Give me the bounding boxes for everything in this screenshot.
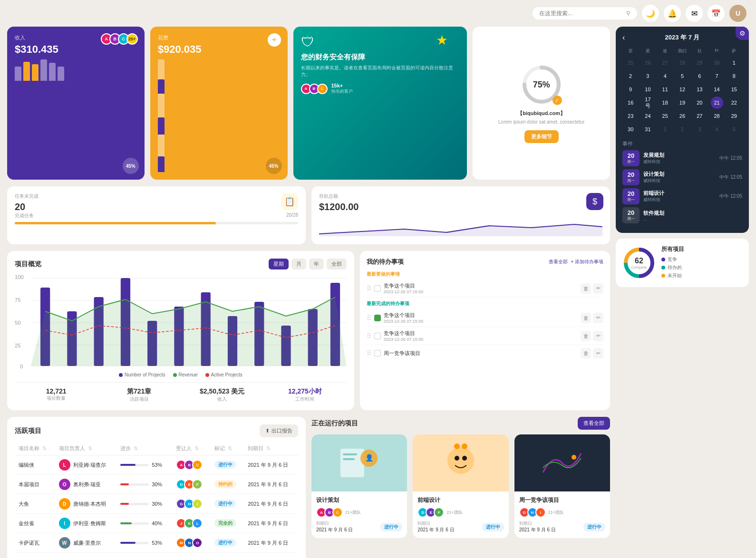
cal-day-22[interactable]: 22 (728, 96, 740, 109)
mail-icon[interactable]: ✉ (686, 5, 703, 22)
cal-event-sub-4: ... (643, 217, 742, 221)
cal-day-29b[interactable]: 29 (728, 110, 740, 122)
calendar-icon[interactable]: 📅 (708, 5, 725, 22)
drag-icon-3: ⠿ (367, 332, 371, 340)
user-avatar[interactable]: U (729, 5, 746, 22)
cal-day-31[interactable]: 31 (641, 123, 654, 135)
cal-day-11[interactable]: 11 (659, 83, 671, 96)
project-name: 本届项目 (15, 475, 55, 494)
cal-day-7[interactable]: 7 (711, 70, 723, 82)
todo-delete-btn-3[interactable]: 🗑 (581, 331, 591, 341)
checkbox-2[interactable] (374, 315, 381, 321)
export-button[interactable]: ⬆ 出口报告 (260, 424, 298, 437)
todo-edit-btn-4[interactable]: ✏ (593, 348, 603, 358)
project-card-body-3: 周一竞争该项目 G H I 21+团队 到期日 2021 年 9 月 6 日 (514, 491, 610, 538)
cal-day-28[interactable]: 28 (676, 57, 688, 69)
cal-day-28b[interactable]: 28 (711, 110, 723, 122)
project-card-2: 前端设计 D E F 21+团队 到期日 2021 年 9 月 6 日 (413, 434, 508, 538)
table-header-row: 项目名称 ⇅ 项目负责人 ⇅ 进步 ⇅ 受让人 ⇅ 标记 ⇅ 到期日 ⇅ (15, 442, 298, 455)
project-name: 编辑侠 (15, 455, 55, 475)
checkbox-1[interactable] (374, 285, 381, 292)
cal-event-title-4: 软件规划 (643, 210, 742, 217)
todo-edit-btn-2[interactable]: ✏ (593, 313, 603, 323)
cal-day-19[interactable]: 19 (676, 96, 688, 109)
cal-event-daylabel-2: 周一 (626, 178, 636, 183)
expense-card: + 花费 $920.035 45% (150, 27, 288, 180)
cal-day-21-today[interactable]: 21 (711, 96, 723, 109)
cal-day-3[interactable]: 3 (641, 70, 654, 82)
table-row: 编辑侠 L 利亚姆·瑞查尔 (15, 455, 298, 475)
customers-label: 快乐的客户 (331, 88, 353, 95)
search-box[interactable]: ⚲ (533, 7, 637, 19)
cal-day-1[interactable]: 1 (728, 57, 740, 69)
calendar-settings-icon[interactable]: ⚙ (736, 27, 749, 40)
cal-day-16[interactable]: 16 (624, 96, 637, 109)
cal-day-5c[interactable]: 5 (728, 123, 740, 135)
cal-day-5[interactable]: 5 (676, 70, 688, 82)
expense-chart (158, 59, 280, 172)
search-input[interactable] (539, 10, 622, 17)
donut-legend-2: 待办的 (661, 264, 684, 271)
cal-day-13[interactable]: 13 (693, 83, 706, 96)
todo-delete-btn-1[interactable]: 🗑 (581, 283, 591, 294)
manager-avatar-1: L (59, 459, 70, 471)
cal-day-20[interactable]: 20 (693, 96, 706, 109)
cal-day-2c[interactable]: 2 (676, 123, 688, 135)
cal-day-14[interactable]: 14 (711, 83, 723, 96)
done-section-label: 最新完成的待办事项 (367, 300, 603, 307)
cal-day-8[interactable]: 8 (728, 70, 740, 82)
cal-day-18[interactable]: 18 (659, 96, 671, 109)
running-header: 正在运行的项目 查看全部 (311, 417, 610, 430)
cal-day-29[interactable]: 29 (693, 57, 706, 69)
cal-day-6[interactable]: 6 (693, 70, 706, 82)
todo-delete-btn-4[interactable]: 🗑 (581, 348, 591, 358)
project-due: 2021 年 9 月 6 日 (244, 455, 298, 475)
cal-day-30[interactable]: 30 (711, 57, 723, 69)
view-all-button[interactable]: 查看全部 (578, 417, 610, 430)
cal-event-date-2: 20 周一 (622, 169, 640, 185)
todo-header: 我的待办事项 查看全部 + 添加待办事项 (367, 258, 603, 266)
checkbox-3[interactable] (374, 333, 381, 339)
cal-prev-btn[interactable]: ‹ (622, 33, 625, 42)
cal-day-2[interactable]: 2 (624, 70, 637, 82)
tasks-progress-bar (15, 222, 298, 224)
add-todo-link[interactable]: + 添加待办事项 (571, 259, 603, 265)
tab-week[interactable]: 星期 (269, 259, 289, 269)
content-area: A B C 25+ 收入 $310.435 45% (7, 27, 610, 558)
promo-avatars: A B C (301, 84, 328, 94)
moon-icon[interactable]: 🌙 (642, 5, 659, 22)
cal-day-17[interactable]: 17号 (641, 96, 654, 109)
cal-day-25b[interactable]: 25 (659, 110, 671, 122)
cal-event-time-3: 中午 12:05 (719, 193, 742, 200)
cal-day-12[interactable]: 12 (676, 83, 688, 96)
cal-day-27b[interactable]: 27 (693, 110, 706, 122)
legend-dot-projects (119, 373, 123, 377)
chart-title: 项目概览 (15, 260, 41, 269)
view-all-link[interactable]: 查看全部 (549, 259, 568, 265)
cal-day-27[interactable]: 27 (659, 57, 671, 69)
checkbox-4[interactable] (374, 350, 381, 356)
detail-button[interactable]: 更多细节 (524, 130, 559, 143)
todo-edit-btn-3[interactable]: ✏ (593, 331, 603, 341)
cal-day-4c[interactable]: 4 (711, 123, 723, 135)
todo-edit-btn-1[interactable]: ✏ (593, 283, 603, 294)
cal-day-10[interactable]: 10 (641, 83, 654, 96)
tab-year[interactable]: 年 (309, 259, 324, 269)
cal-day-23[interactable]: 23 (624, 110, 637, 122)
cal-day-4[interactable]: 4 (659, 70, 671, 82)
cal-day-1c[interactable]: 1 (659, 123, 671, 135)
project-manager: W 威廉·里查尔 (55, 533, 117, 553)
cal-day-26b[interactable]: 26 (676, 110, 688, 122)
cal-day-3c[interactable]: 3 (693, 123, 706, 135)
cal-day-25[interactable]: 25 (624, 57, 637, 69)
bell-icon[interactable]: 🔔 (664, 5, 681, 22)
cal-day-26[interactable]: 26 (641, 57, 654, 69)
cal-day-30b[interactable]: 30 (624, 123, 637, 135)
todo-delete-btn-2[interactable]: 🗑 (581, 313, 591, 323)
cal-day-15[interactable]: 15 (728, 83, 740, 96)
second-row: 📋 任务未完成 20 完成任务 20/28 $ 存款总额 $1200.00 (7, 186, 610, 244)
cal-day-9[interactable]: 9 (624, 83, 637, 96)
tab-month[interactable]: 月 (291, 259, 306, 269)
cal-day-24[interactable]: 24 (641, 110, 654, 122)
tab-all[interactable]: 全部 (327, 259, 347, 269)
